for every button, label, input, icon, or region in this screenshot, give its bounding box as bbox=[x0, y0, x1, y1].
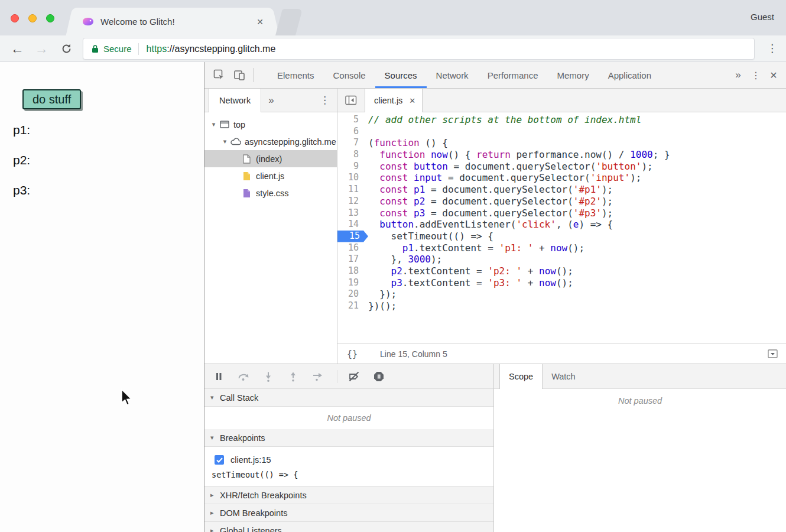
code-line-20[interactable]: }); bbox=[363, 288, 786, 300]
gutter-line-18[interactable]: 18 bbox=[337, 265, 363, 277]
pause-on-exceptions-icon[interactable] bbox=[372, 369, 386, 384]
back-button[interactable] bbox=[8, 35, 26, 61]
code-token: now bbox=[539, 277, 556, 288]
code-line-5[interactable]: // add other scripts at the bottom of in… bbox=[363, 114, 786, 126]
tab-close-icon[interactable] bbox=[256, 17, 264, 27]
code-token bbox=[408, 196, 414, 207]
code-line-19[interactable]: p3.textContent = 'p3: ' + now(); bbox=[363, 277, 786, 289]
devtools-tab-memory[interactable]: Memory bbox=[548, 62, 599, 88]
devtools-close-icon[interactable] bbox=[765, 70, 782, 81]
navigator-menu-icon[interactable] bbox=[313, 89, 337, 112]
inspect-element-icon[interactable] bbox=[209, 62, 229, 88]
code-line-15[interactable]: setTimeout(() => { bbox=[363, 231, 786, 242]
gutter-line-16[interactable]: 16 bbox=[337, 242, 363, 254]
gutter-line-5[interactable]: 5 bbox=[337, 114, 363, 126]
devtools-tab-console[interactable]: Console bbox=[324, 62, 375, 88]
code-token: + bbox=[522, 265, 539, 277]
expand-panel-icon[interactable] bbox=[768, 349, 778, 358]
gutter-line-20[interactable]: 20 bbox=[337, 288, 363, 300]
code-line-10[interactable]: const input = document.querySelector('in… bbox=[363, 172, 786, 184]
gutter-line-13[interactable]: 13 bbox=[337, 207, 363, 219]
devtools-tab-performance[interactable]: Performance bbox=[478, 62, 548, 88]
breakpoint-checkbox[interactable] bbox=[215, 455, 224, 465]
gutter-line-9[interactable]: 9 bbox=[337, 161, 363, 173]
url-text[interactable]: https://asyncstepping.glitch.me bbox=[147, 44, 276, 54]
code-line-13[interactable]: const p3 = document.querySelector('#p3')… bbox=[363, 207, 786, 219]
xhr-breakpoints-section-header[interactable]: XHR/fetch Breakpoints bbox=[204, 486, 493, 504]
css-file-icon bbox=[241, 189, 253, 198]
code-token: setTimeout(() => { bbox=[368, 231, 493, 242]
navigator-tab-network[interactable]: Network bbox=[209, 89, 261, 112]
step-icon[interactable] bbox=[311, 369, 325, 384]
forward-button[interactable] bbox=[33, 35, 50, 61]
breakpoint-marker[interactable]: 15 bbox=[337, 231, 368, 242]
gutter-line-7[interactable]: 7 bbox=[337, 137, 363, 149]
close-window-button[interactable] bbox=[11, 14, 19, 22]
code-line-8[interactable]: function now() { return performance.now(… bbox=[363, 149, 786, 161]
new-tab-button[interactable] bbox=[275, 9, 303, 35]
gutter-line-15[interactable]: 15 bbox=[337, 231, 363, 242]
code-token: 3000 bbox=[408, 254, 431, 265]
gutter-line-19[interactable]: 19 bbox=[337, 277, 363, 289]
navigator-more-tabs-icon[interactable] bbox=[261, 89, 281, 112]
code-line-7[interactable]: (function () { bbox=[363, 137, 786, 149]
pause-icon[interactable] bbox=[212, 369, 226, 384]
gutter-line-17[interactable]: 17 bbox=[337, 254, 363, 265]
expander-down-icon[interactable]: ▾ bbox=[209, 121, 218, 128]
tree-item-top[interactable]: ▾top bbox=[204, 116, 337, 133]
pretty-print-icon[interactable] bbox=[347, 349, 358, 359]
gutter-line-11[interactable]: 11 bbox=[337, 184, 363, 196]
devtools-menu-icon[interactable] bbox=[747, 70, 765, 81]
tree-item-index[interactable]: (index) bbox=[204, 150, 337, 167]
code-line-12[interactable]: const p2 = document.querySelector('#p2')… bbox=[363, 196, 786, 207]
gutter-line-10[interactable]: 10 bbox=[337, 172, 363, 184]
devtools-tab-sources[interactable]: Sources bbox=[375, 62, 427, 88]
gutter-line-8[interactable]: 8 bbox=[337, 149, 363, 161]
expander-down-icon[interactable]: ▾ bbox=[220, 138, 229, 145]
tab-watch[interactable]: Watch bbox=[543, 364, 584, 388]
code-line-16[interactable]: p1.textContent = 'p1: ' + now(); bbox=[363, 242, 786, 254]
toggle-navigator-icon[interactable] bbox=[337, 89, 365, 112]
more-tabs-icon[interactable] bbox=[729, 69, 747, 81]
call-stack-section-header[interactable]: Call Stack bbox=[204, 389, 493, 407]
tab-scope[interactable]: Scope bbox=[499, 364, 543, 389]
code-line-17[interactable]: }, 3000); bbox=[363, 254, 786, 265]
reload-button[interactable] bbox=[57, 35, 75, 61]
devtools-tab-application[interactable]: Application bbox=[599, 62, 661, 88]
dom-breakpoints-section-header[interactable]: DOM Breakpoints bbox=[204, 504, 493, 522]
address-bar[interactable]: Secure https://asyncstepping.glitch.me bbox=[83, 38, 755, 60]
minimize-window-button[interactable] bbox=[28, 14, 37, 22]
devtools-tab-elements[interactable]: Elements bbox=[268, 62, 324, 88]
step-over-icon[interactable] bbox=[236, 369, 251, 384]
breakpoints-section-header[interactable]: Breakpoints bbox=[204, 429, 493, 447]
browser-menu-icon[interactable] bbox=[765, 41, 780, 55]
gutter-line-21[interactable]: 21 bbox=[337, 300, 363, 312]
tree-item-client-js[interactable]: client.js bbox=[204, 167, 337, 184]
code-line-6[interactable] bbox=[363, 126, 786, 138]
step-into-icon[interactable] bbox=[261, 369, 275, 384]
zoom-window-button[interactable] bbox=[46, 14, 54, 22]
do-stuff-button[interactable]: do stuff bbox=[22, 89, 81, 109]
tree-item-style-css[interactable]: style.css bbox=[204, 184, 337, 202]
tree-item-asyncstepping-glitch-me[interactable]: ▾asyncstepping.glitch.me bbox=[204, 133, 337, 150]
editor-tab-close-icon[interactable] bbox=[409, 96, 415, 105]
code-token bbox=[408, 161, 414, 172]
step-out-icon[interactable] bbox=[286, 369, 300, 384]
global-listeners-section-header[interactable]: Global Listeners bbox=[204, 522, 493, 532]
devtools-tab-network[interactable]: Network bbox=[427, 62, 478, 88]
code-line-14[interactable]: button.addEventListener('click', (e) => … bbox=[363, 219, 786, 231]
device-toolbar-icon[interactable] bbox=[229, 62, 249, 88]
gutter-line-14[interactable]: 14 bbox=[337, 219, 363, 231]
code-line-18[interactable]: p2.textContent = 'p2: ' + now(); bbox=[363, 265, 786, 277]
browser-tab[interactable]: Welcome to Glitch! bbox=[74, 8, 271, 35]
deactivate-breakpoints-icon[interactable] bbox=[347, 369, 361, 384]
gutter-line-6[interactable]: 6 bbox=[337, 126, 363, 138]
editor-tab-client-js[interactable]: client.js bbox=[365, 89, 423, 112]
code-token: }, bbox=[368, 254, 408, 265]
profile-label[interactable]: Guest bbox=[751, 12, 774, 22]
code-line-9[interactable]: const button = document.querySelector('b… bbox=[363, 161, 786, 173]
breakpoint-entry[interactable]: client.js:15 setTimeout(() => { bbox=[204, 447, 493, 486]
code-line-11[interactable]: const p1 = document.querySelector('#p1')… bbox=[363, 184, 786, 196]
gutter-line-12[interactable]: 12 bbox=[337, 196, 363, 207]
code-line-21[interactable]: })(); bbox=[363, 300, 786, 312]
